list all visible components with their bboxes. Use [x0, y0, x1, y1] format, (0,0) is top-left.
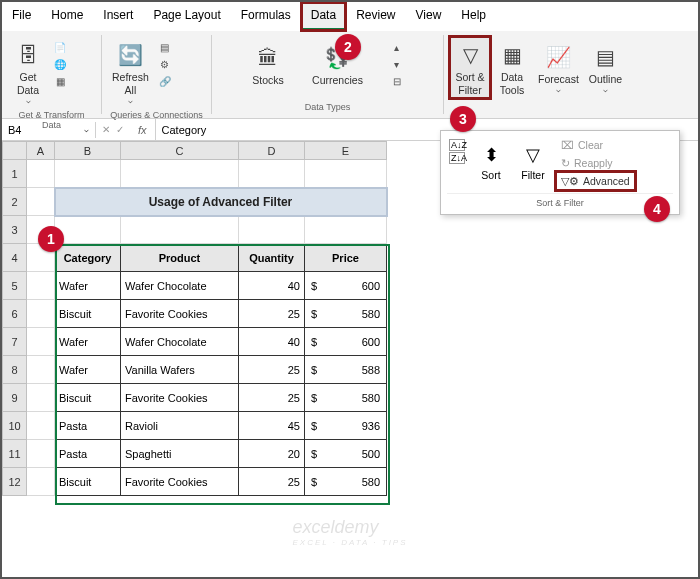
- row-header[interactable]: 8: [3, 356, 27, 384]
- dropdown-footer: Sort & Filter: [447, 193, 673, 208]
- header-product[interactable]: Product: [121, 244, 239, 272]
- row-header[interactable]: 12: [3, 468, 27, 496]
- data-tools-label: Data Tools: [500, 71, 525, 96]
- cell[interactable]: Favorite Cookies: [121, 384, 239, 412]
- menu-file[interactable]: File: [2, 2, 41, 31]
- row-header[interactable]: 2: [3, 188, 27, 216]
- row-header[interactable]: 10: [3, 412, 27, 440]
- more-icon[interactable]: ⊟: [389, 73, 405, 89]
- forecast-button[interactable]: 📈 Forecast ⌵: [534, 37, 583, 98]
- cell[interactable]: $600: [305, 272, 387, 300]
- header-price[interactable]: Price: [305, 244, 387, 272]
- callout-4: 4: [644, 196, 670, 222]
- stocks-label: Stocks: [252, 74, 284, 87]
- cell[interactable]: 45: [239, 412, 305, 440]
- cell[interactable]: Biscuit: [55, 300, 121, 328]
- cell[interactable]: $580: [305, 384, 387, 412]
- outline-button[interactable]: ▤ Outline ⌵: [585, 37, 626, 98]
- cell[interactable]: Pasta: [55, 440, 121, 468]
- cell[interactable]: Pasta: [55, 412, 121, 440]
- menu-formulas[interactable]: Formulas: [231, 2, 301, 31]
- cell[interactable]: $588: [305, 356, 387, 384]
- properties-icon[interactable]: ⚙: [157, 56, 173, 72]
- header-category[interactable]: Category: [55, 244, 121, 272]
- cell[interactable]: 25: [239, 384, 305, 412]
- outline-icon: ▤: [590, 41, 622, 73]
- scroll-up-icon[interactable]: ▴: [389, 39, 405, 55]
- sort-desc-button[interactable]: Z↓A: [449, 152, 465, 164]
- col-header-b[interactable]: B: [55, 142, 121, 160]
- cell[interactable]: Wafer Chocolate: [121, 272, 239, 300]
- cell[interactable]: $500: [305, 440, 387, 468]
- sort-label: Sort: [481, 169, 500, 181]
- cell[interactable]: Wafer: [55, 272, 121, 300]
- row-header[interactable]: 6: [3, 300, 27, 328]
- col-header-a[interactable]: A: [27, 142, 55, 160]
- fx-label[interactable]: fx: [130, 119, 156, 140]
- cell[interactable]: Spaghetti: [121, 440, 239, 468]
- cell[interactable]: $936: [305, 412, 387, 440]
- stocks-button[interactable]: 🏛 Stocks: [248, 37, 288, 91]
- transform-small-buttons: 📄 🌐 ▦: [50, 37, 70, 108]
- row-header[interactable]: 11: [3, 440, 27, 468]
- menu-data[interactable]: Data: [301, 2, 346, 31]
- sort-button[interactable]: ⬍ Sort: [473, 137, 509, 185]
- filter-button[interactable]: ▽ Filter: [515, 137, 551, 185]
- header-quantity[interactable]: Quantity: [239, 244, 305, 272]
- advanced-label: Advanced: [583, 175, 630, 187]
- queries-icon[interactable]: ▤: [157, 39, 173, 55]
- from-text-icon[interactable]: 📄: [52, 39, 68, 55]
- cell[interactable]: Ravioli: [121, 412, 239, 440]
- filter-label: Filter: [521, 169, 544, 181]
- menu-page-layout[interactable]: Page Layout: [143, 2, 230, 31]
- col-header-e[interactable]: E: [305, 142, 387, 160]
- cell[interactable]: 40: [239, 272, 305, 300]
- sort-asc-button[interactable]: A↓Z: [449, 139, 465, 151]
- cancel-icon[interactable]: ✕: [102, 124, 110, 135]
- sort-filter-button[interactable]: ▽ Sort & Filter: [450, 37, 490, 98]
- menu-view[interactable]: View: [406, 2, 452, 31]
- menu-home[interactable]: Home: [41, 2, 93, 31]
- enter-icon[interactable]: ✓: [116, 124, 124, 135]
- cell[interactable]: Wafer: [55, 356, 121, 384]
- sheet-title[interactable]: Usage of Advanced Filter: [55, 188, 387, 216]
- row-header[interactable]: 9: [3, 384, 27, 412]
- row-header[interactable]: 4: [3, 244, 27, 272]
- cell[interactable]: Biscuit: [55, 468, 121, 496]
- scroll-down-icon[interactable]: ▾: [389, 56, 405, 72]
- data-tools-button[interactable]: ▦ Data Tools: [492, 37, 532, 98]
- menu-review[interactable]: Review: [346, 2, 405, 31]
- reapply-label: Reapply: [574, 157, 613, 169]
- cell[interactable]: 25: [239, 468, 305, 496]
- cell[interactable]: 25: [239, 300, 305, 328]
- select-all-corner[interactable]: [3, 142, 27, 160]
- reapply-icon: ↻: [561, 157, 570, 169]
- cell[interactable]: $600: [305, 328, 387, 356]
- cell[interactable]: Favorite Cookies: [121, 300, 239, 328]
- cell[interactable]: $580: [305, 468, 387, 496]
- menu-insert[interactable]: Insert: [93, 2, 143, 31]
- col-header-c[interactable]: C: [121, 142, 239, 160]
- row-header[interactable]: 5: [3, 272, 27, 300]
- cell[interactable]: $580: [305, 300, 387, 328]
- refresh-all-button[interactable]: 🔄 Refresh All ⌵: [108, 37, 153, 108]
- col-header-d[interactable]: D: [239, 142, 305, 160]
- menu-help[interactable]: Help: [451, 2, 496, 31]
- cell[interactable]: 40: [239, 328, 305, 356]
- cell[interactable]: 20: [239, 440, 305, 468]
- row-header[interactable]: 1: [3, 160, 27, 188]
- cell[interactable]: Biscuit: [55, 384, 121, 412]
- get-data-button[interactable]: 🗄 Get Data ⌵: [8, 37, 48, 108]
- row-header[interactable]: 3: [3, 216, 27, 244]
- cell[interactable]: Wafer: [55, 328, 121, 356]
- edit-links-icon[interactable]: 🔗: [157, 73, 173, 89]
- from-web-icon[interactable]: 🌐: [52, 56, 68, 72]
- cell[interactable]: 25: [239, 356, 305, 384]
- cell[interactable]: Wafer Chocolate: [121, 328, 239, 356]
- ribbon-group-datatypes: 🏛 Stocks 💱 Currencies ▴ ▾ ⊟ Data Types: [212, 35, 444, 114]
- from-table-icon[interactable]: ▦: [52, 73, 68, 89]
- row-header[interactable]: 7: [3, 328, 27, 356]
- advanced-option[interactable]: ▽⚙ Advanced: [557, 173, 634, 189]
- cell[interactable]: Vanilla Wafers: [121, 356, 239, 384]
- cell[interactable]: Favorite Cookies: [121, 468, 239, 496]
